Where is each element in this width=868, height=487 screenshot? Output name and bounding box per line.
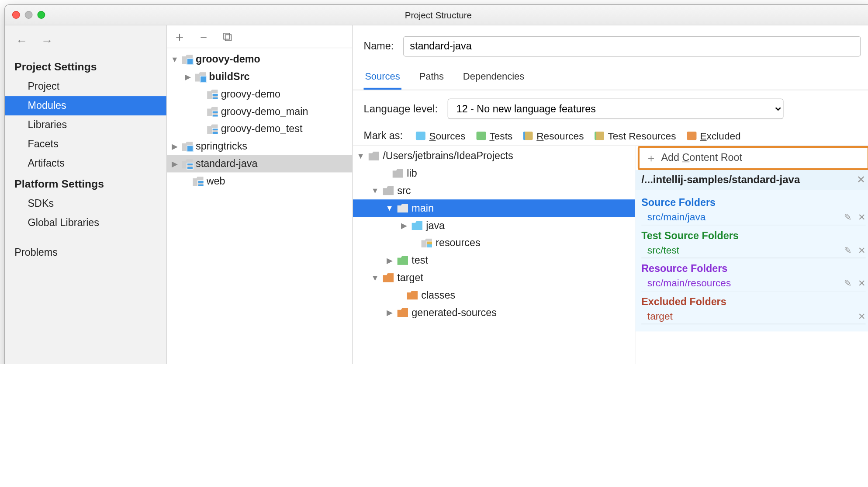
dir-row[interactable]: ▼ src (353, 182, 635, 199)
dir-row[interactable]: ▶ generated-sources (353, 304, 635, 321)
folder-icon (368, 151, 379, 160)
module-label: web (207, 175, 225, 187)
nav-global-libraries[interactable]: Global Libraries (5, 213, 166, 233)
source-folders-heading: Source Folders (641, 192, 866, 210)
dir-label: classes (421, 289, 455, 301)
test-source-folder-item[interactable]: src/test ✎✕ (641, 243, 866, 258)
chevron-right-icon[interactable]: ▶ (170, 142, 179, 151)
tree-row[interactable]: groovy-demo_test (167, 120, 352, 138)
dir-row[interactable]: ▶ test (353, 252, 635, 269)
chevron-down-icon[interactable]: ▼ (371, 273, 379, 282)
chevron-down-icon[interactable]: ▼ (170, 55, 179, 64)
nav-sdks[interactable]: SDKs (5, 194, 166, 213)
remove-icon[interactable]: ✕ (858, 278, 866, 289)
module-label: groovy-demo_main (221, 105, 308, 117)
nav-modules[interactable]: Modules (5, 96, 166, 115)
modules-panel: ＋ － ⧉ ▼ groovy-demo ▶ buildSrc (167, 25, 353, 364)
chevron-right-icon[interactable]: ▶ (385, 256, 394, 265)
tree-row[interactable]: web (167, 172, 352, 190)
mark-sources-button[interactable]: Sources (416, 130, 465, 142)
tab-paths[interactable]: Paths (418, 66, 445, 90)
mark-resources-button[interactable]: Resources (523, 130, 584, 142)
chevron-down-icon[interactable]: ▼ (385, 204, 394, 213)
edit-icon[interactable]: ✎ (844, 212, 852, 223)
mark-test-resources-button[interactable]: Test Resources (595, 130, 676, 142)
chevron-right-icon[interactable]: ▶ (170, 159, 179, 168)
chevron-down-icon[interactable]: ▼ (356, 151, 365, 160)
module-label: groovy-demo (196, 53, 260, 65)
module-tabs: Sources Paths Dependencies (353, 63, 868, 90)
source-folder-item[interactable]: src/main/java ✎✕ (641, 210, 866, 225)
module-label: groovy-demo_test (221, 123, 303, 135)
dir-label: java (426, 219, 445, 231)
tab-dependencies[interactable]: Dependencies (462, 66, 526, 90)
module-icon (193, 176, 204, 186)
excluded-folders-heading: Excluded Folders (641, 291, 866, 309)
tree-row[interactable]: ▼ groovy-demo (167, 51, 352, 68)
folder-path: src/test (647, 244, 679, 256)
dir-row[interactable]: resources (353, 234, 635, 252)
add-icon[interactable]: ＋ (173, 28, 186, 45)
nav-facets[interactable]: Facets (5, 135, 166, 154)
tree-row[interactable]: ▶ standard-java (167, 155, 352, 173)
module-icon (207, 89, 218, 99)
excluded-folder-icon (407, 291, 418, 300)
language-level-select[interactable]: 12 - No new language features (447, 99, 783, 119)
mark-excluded-button[interactable]: Excluded (687, 130, 740, 142)
edit-icon[interactable]: ✎ (844, 245, 852, 256)
nav-artifacts[interactable]: Artifacts (5, 154, 166, 173)
forward-icon[interactable]: → (41, 34, 53, 48)
nav-libraries[interactable]: Libraries (5, 115, 166, 135)
remove-icon[interactable]: ✕ (858, 212, 866, 223)
dir-row[interactable]: ▼ /Users/jetbrains/IdeaProjects (353, 147, 635, 165)
remove-icon[interactable]: ✕ (858, 245, 866, 256)
remove-icon[interactable]: － (197, 28, 210, 45)
tests-icon (476, 132, 486, 140)
back-icon[interactable]: ← (16, 34, 28, 48)
section-platform-settings: Platform Settings (5, 173, 166, 194)
module-label: standard-java (196, 158, 257, 170)
module-label: groovy-demo (221, 88, 280, 100)
resource-folder-item[interactable]: src/main/resources ✎✕ (641, 276, 866, 291)
edit-icon[interactable]: ✎ (844, 278, 852, 289)
dir-row[interactable]: ▼ target (353, 269, 635, 286)
dir-label: target (397, 272, 423, 284)
plus-icon: ＋ (646, 151, 657, 165)
remove-icon[interactable]: ✕ (858, 311, 866, 322)
tab-sources[interactable]: Sources (363, 66, 401, 90)
tree-row[interactable]: ▶ springtricks (167, 138, 352, 155)
copy-icon[interactable]: ⧉ (221, 29, 234, 45)
content-root-path[interactable]: /...intellij-samples/standard-java ✕ (635, 170, 868, 190)
nav-project[interactable]: Project (5, 77, 166, 96)
directory-tree[interactable]: ▼ /Users/jetbrains/IdeaProjects lib ▼ sr… (353, 146, 635, 364)
module-name-input[interactable] (403, 36, 861, 57)
modules-tree[interactable]: ▼ groovy-demo ▶ buildSrc groovy-demo (167, 48, 352, 364)
dialog-body: ← → Project Settings Project Modules Lib… (5, 25, 868, 364)
sources-icon (416, 132, 425, 140)
chevron-right-icon[interactable]: ▶ (184, 72, 192, 81)
remove-root-icon[interactable]: ✕ (857, 174, 866, 186)
module-label: buildSrc (209, 71, 249, 83)
section-project-settings: Project Settings (5, 56, 166, 77)
test-resources-icon (595, 132, 604, 140)
resource-folder-icon (421, 238, 432, 247)
add-content-root-button[interactable]: ＋ Add Content Root (638, 146, 868, 170)
folder-path: src/main/resources (647, 278, 731, 289)
mark-tests-button[interactable]: Tests (476, 130, 512, 142)
dir-row[interactable]: ▶ java (353, 217, 635, 234)
nav-problems[interactable]: Problems (5, 243, 166, 262)
dir-label: resources (436, 237, 480, 249)
excluded-folder-icon (383, 273, 394, 282)
tree-row[interactable]: groovy-demo (167, 85, 352, 103)
dir-row[interactable]: lib (353, 165, 635, 182)
chevron-right-icon[interactable]: ▶ (400, 221, 408, 230)
folder-path: target (647, 310, 673, 322)
dir-row[interactable]: classes (353, 286, 635, 304)
dir-row[interactable]: ▼ main (353, 199, 635, 217)
chevron-down-icon[interactable]: ▼ (371, 186, 379, 195)
chevron-right-icon[interactable]: ▶ (385, 308, 394, 317)
tree-row[interactable]: ▶ buildSrc (167, 68, 352, 86)
excluded-folder-item[interactable]: target ✕ (641, 309, 866, 324)
content-roots-panel: ＋ Add Content Root /...intellij-samples/… (635, 146, 868, 364)
tree-row[interactable]: groovy-demo_main (167, 103, 352, 120)
